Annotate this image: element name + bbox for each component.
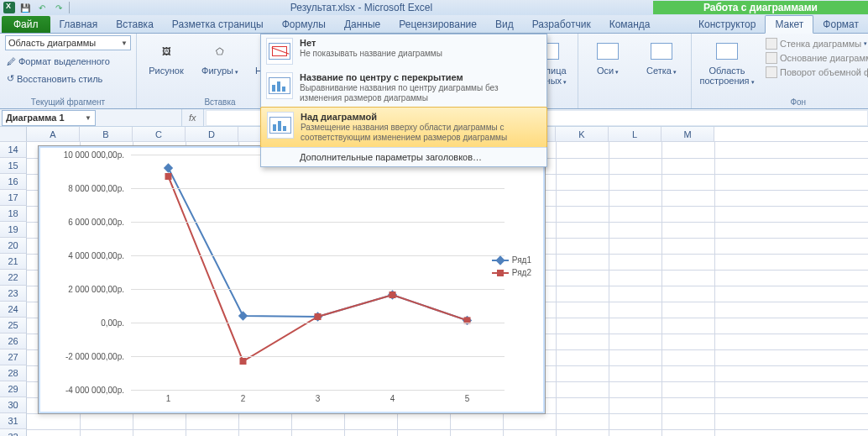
row-header[interactable]: 31 [0, 413, 27, 429]
quick-access-toolbar: 💾 ↶ ↷ [0, 1, 70, 14]
insert-picture-button[interactable]: 🖼 Рисунок [142, 35, 191, 78]
column-header[interactable]: L [609, 127, 661, 141]
reset-style-icon: ↺ [7, 73, 14, 84]
column-header[interactable]: D [186, 127, 238, 141]
reset-style-label: Восстановить стиль [17, 74, 102, 84]
column-header[interactable]: C [133, 127, 186, 141]
reset-style-button[interactable]: ↺ Восстановить стиль [5, 72, 104, 85]
chart-wall-icon [766, 38, 777, 50]
row-header[interactable]: 19 [0, 222, 27, 238]
chart-floor-button: Основание диаграммы ▾ [762, 51, 868, 65]
rotation-icon [766, 66, 777, 78]
chart-element-combo[interactable]: Область диаграммы ▼ [5, 35, 131, 50]
svg-rect-0 [164, 163, 173, 172]
chart-wall-button: Стенка диаграммы ▾ [762, 37, 868, 50]
dropdown-item-above-desc: Размещение названия вверху области диагр… [301, 123, 541, 143]
column-header[interactable]: M [661, 127, 714, 141]
row-header[interactable]: 21 [0, 254, 27, 270]
svg-rect-1 [238, 311, 248, 320]
group-current-selection: Область диаграммы ▼ 🖉 Формат выделенного… [0, 34, 137, 108]
tab-review[interactable]: Рецензирование [390, 16, 486, 33]
overlay-icon [266, 72, 293, 99]
dropdown-item-none-desc: Не показывать название диаграммы [300, 49, 442, 59]
window-title: Результат.xlsx - Microsoft Excel [70, 2, 653, 13]
row-header[interactable]: 28 [0, 365, 27, 381]
dropdown-item-none[interactable]: НетНе показывать название диаграммы [261, 34, 546, 69]
excel-icon [3, 2, 15, 13]
format-selection-icon: 🖉 [7, 56, 16, 66]
select-all-corner[interactable] [0, 127, 27, 141]
tab-chart-format[interactable]: Формат [813, 16, 868, 33]
row-header[interactable]: 18 [0, 206, 27, 222]
gridlines-icon [648, 38, 675, 65]
tab-data[interactable]: Данные [335, 16, 390, 33]
undo-icon[interactable]: ↶ [35, 1, 49, 14]
column-header[interactable]: B [80, 127, 133, 141]
axes-button[interactable]: Оси ▾ [583, 35, 632, 80]
svg-rect-7 [315, 313, 322, 320]
row-header[interactable]: 23 [0, 286, 27, 302]
row-header[interactable]: 16 [0, 174, 27, 190]
dropdown-item-above-title: Над диаграммой [301, 112, 541, 122]
embedded-chart[interactable]: -4 000 000,00р.-2 000 000,00р.0,00р.2 00… [38, 145, 546, 414]
chart-series-svg [131, 155, 505, 390]
tab-developer[interactable]: Разработчик [523, 16, 600, 33]
row-header[interactable]: 27 [0, 349, 27, 365]
row-header[interactable]: 20 [0, 238, 27, 254]
tab-formulas[interactable]: Формулы [273, 16, 335, 33]
row-header[interactable]: 26 [0, 334, 27, 349]
chart-floor-icon [766, 52, 777, 64]
name-box[interactable]: Диаграмма 1 ▼ [2, 110, 96, 126]
row-header[interactable]: 29 [0, 381, 27, 397]
svg-rect-6 [240, 358, 247, 365]
row-headers: 14151617181920212223242526272829303132 [0, 142, 27, 436]
name-box-value: Диаграмма 1 [6, 113, 65, 123]
column-header[interactable]: A [27, 127, 80, 141]
plot-area [131, 155, 505, 390]
save-icon[interactable]: 💾 [18, 1, 32, 14]
row-header[interactable]: 30 [0, 397, 27, 413]
tab-home[interactable]: Главная [50, 16, 107, 33]
column-header[interactable]: K [556, 127, 609, 141]
title-bar: 💾 ↶ ↷ Результат.xlsx - Microsoft Excel Р… [0, 0, 868, 15]
row-header[interactable]: 24 [0, 302, 27, 318]
row-header[interactable]: 15 [0, 158, 27, 174]
group-label-axes [583, 97, 686, 108]
tab-team[interactable]: Команда [600, 16, 660, 33]
plot-area-label: Область построения [699, 66, 749, 86]
row-header[interactable]: 17 [0, 190, 27, 206]
group-label-background: Фон [697, 97, 868, 108]
svg-rect-8 [390, 292, 396, 298]
tab-view[interactable]: Вид [486, 16, 523, 33]
tab-page-layout[interactable]: Разметка страницы [163, 16, 273, 33]
tab-chart-design[interactable]: Конструктор [689, 16, 765, 33]
gridlines-button[interactable]: Сетка ▾ [637, 35, 686, 80]
row-header[interactable]: 22 [0, 270, 27, 286]
group-background: Область построения ▾ Стенка диаграммы ▾ … [692, 34, 868, 108]
none-icon [266, 38, 293, 65]
chart-element-combo-value: Область диаграммы [8, 38, 96, 48]
dropdown-item-above[interactable]: Над диаграммойРазмещение названия вверху… [260, 107, 547, 148]
dropdown-item-overlay-title: Название по центру с перекрытием [300, 72, 541, 82]
ribbon: Область диаграммы ▼ 🖉 Формат выделенного… [0, 34, 868, 109]
tab-insert[interactable]: Вставка [107, 16, 163, 33]
tab-chart-layout[interactable]: Макет [765, 15, 813, 34]
chart-floor-label: Основание диаграммы [780, 53, 868, 63]
file-tab[interactable]: Файл [2, 16, 50, 33]
axes-label: Оси [597, 66, 614, 76]
plot-area-button[interactable]: Область построения ▾ [697, 35, 757, 90]
row-header[interactable]: 25 [0, 318, 27, 334]
rotation-label: Поворот объемной фигуры [780, 67, 868, 77]
row-header[interactable]: 32 [0, 429, 27, 436]
redo-icon[interactable]: ↷ [52, 1, 65, 14]
format-selection-button[interactable]: 🖉 Формат выделенного [5, 55, 112, 67]
fx-icon[interactable]: fx [181, 109, 204, 126]
axes-icon [594, 38, 621, 65]
insert-shapes-button[interactable]: ⬠ Фигуры ▾ [196, 35, 244, 80]
row-header[interactable]: 14 [0, 142, 27, 158]
chevron-down-icon: ▼ [85, 114, 92, 122]
dropdown-item-overlay[interactable]: Название по центру с перекрытиемВыравнив… [261, 69, 546, 108]
ribbon-tabs: Файл Главная Вставка Разметка страницы Ф… [0, 15, 868, 34]
dropdown-more-options[interactable]: Дополнительные параметры заголовков… [261, 147, 546, 166]
insert-picture-label: Рисунок [149, 66, 184, 76]
